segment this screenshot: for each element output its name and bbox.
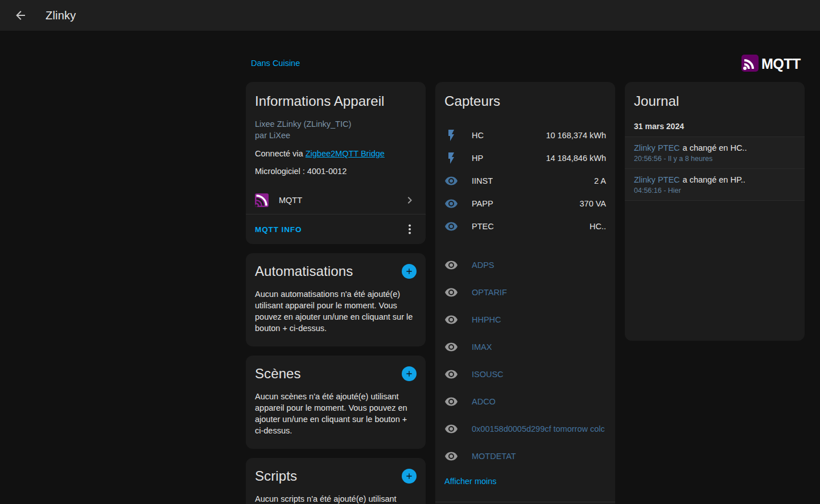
- chevron-right-icon: [403, 193, 417, 207]
- svg-text:MQTT: MQTT: [761, 56, 801, 72]
- automations-title: Automatisations: [255, 263, 353, 279]
- device-model-link[interactable]: Lixee ZLinky (ZLinky_TIC): [255, 118, 417, 130]
- eye-icon: [444, 286, 458, 299]
- mqtt-config-row[interactable]: MQTT: [255, 187, 417, 214]
- journal-title: Journal: [625, 82, 805, 117]
- eye-icon: [444, 340, 458, 354]
- flash-icon: [444, 129, 458, 142]
- plus-icon: [405, 267, 414, 276]
- sensors-title: Capteurs: [435, 82, 615, 117]
- add-script-button[interactable]: [402, 469, 417, 484]
- sensor-row[interactable]: HP 14 184,846 kWh: [435, 147, 615, 170]
- sensor-name: ADPS: [472, 261, 495, 270]
- sensor-name: 0x00158d0005d299cf tomorrow colc: [472, 424, 605, 433]
- app-header: Zlinky: [0, 0, 820, 31]
- eye-icon: [444, 220, 458, 233]
- scripts-empty-text: Aucun scripts n'a été ajouté(e) utilisan…: [246, 489, 426, 504]
- sensor-row[interactable]: PTEC HC..: [435, 215, 615, 238]
- plus-icon: [405, 472, 414, 481]
- sensor-name: ISOUSC: [472, 370, 504, 379]
- device-info-card: Informations Appareil Lixee ZLinky (ZLin…: [246, 82, 426, 244]
- eye-icon: [444, 395, 458, 408]
- device-info-title: Informations Appareil: [246, 82, 426, 117]
- connected-via-line: Connecté via Zigbee2MQTT Bridge: [255, 148, 417, 159]
- sensor-value: HC..: [585, 222, 606, 231]
- zigbee2mqtt-bridge-link[interactable]: Zigbee2MQTT Bridge: [306, 149, 385, 158]
- journal-date-header: 31 mars 2024: [625, 117, 805, 137]
- arrow-left-icon: [14, 9, 27, 22]
- page-title: Zlinky: [46, 9, 76, 22]
- device-manufacturer-link[interactable]: par LiXee: [255, 130, 417, 141]
- sensor-value: 14 184,846 kWh: [541, 154, 606, 163]
- hidden-sensor-row[interactable]: HHPHC: [435, 306, 615, 333]
- automations-empty-text: Aucun automatisations n'a été ajouté(e) …: [246, 284, 426, 346]
- eye-icon: [444, 258, 458, 272]
- mqtt-brand-logo: MQTT: [741, 53, 805, 73]
- plus-icon: [405, 369, 414, 378]
- mqtt-logo-icon: MQTT: [741, 53, 805, 73]
- hidden-sensor-row[interactable]: IMAX: [435, 333, 615, 361]
- journal-entry[interactable]: Zlinky PTECa changé en HC.. 20:56:56 - I…: [625, 137, 805, 168]
- sensor-name: OPTARIF: [472, 288, 507, 297]
- sensor-list-primary: HC 10 168,374 kWh HP 14 184,846 kWh: [435, 124, 615, 238]
- add-scene-button[interactable]: [402, 366, 417, 381]
- journal-event-text: a changé en HC..: [683, 143, 747, 152]
- scripts-title: Scripts: [255, 468, 297, 484]
- sensor-row[interactable]: HC 10 168,374 kWh: [435, 124, 615, 147]
- hidden-sensor-row[interactable]: ADCO: [435, 388, 615, 415]
- eye-icon: [444, 449, 458, 463]
- breadcrumb: Dans Cuisine MQTT: [246, 53, 805, 73]
- sensor-name: HHPHC: [472, 315, 501, 324]
- eye-icon: [444, 174, 458, 188]
- sensor-name: ADCO: [472, 397, 496, 406]
- eye-icon: [444, 367, 458, 381]
- automations-card: Automatisations Aucun automatisations n'…: [246, 253, 426, 346]
- scripts-card: Scripts Aucun scripts n'a été ajouté(e) …: [246, 458, 426, 504]
- journal-timestamp: 04:56:16 - Hier: [634, 187, 796, 195]
- show-less-link[interactable]: Afficher moins: [444, 477, 497, 486]
- kebab-menu-icon: [403, 222, 417, 236]
- sensor-row[interactable]: IINST 2 A: [435, 170, 615, 192]
- hidden-sensor-row[interactable]: MOTDETAT: [435, 443, 615, 470]
- more-options-button[interactable]: [399, 219, 420, 239]
- journal-timestamp: 20:56:56 - Il y a 8 heures: [634, 155, 796, 163]
- sensor-name: PTEC: [472, 222, 494, 231]
- flash-icon: [444, 151, 458, 165]
- journal-entry[interactable]: Zlinky PTECa changé en HP.. 04:56:16 - H…: [625, 168, 805, 201]
- sensor-value: 370 VA: [575, 199, 607, 208]
- back-button[interactable]: [9, 4, 32, 27]
- eye-icon: [444, 197, 458, 210]
- breadcrumb-area-link[interactable]: Dans Cuisine: [251, 59, 300, 68]
- scenes-title: Scènes: [255, 366, 301, 382]
- scenes-card: Scènes Aucun scènes n'a été ajouté(e) ut…: [246, 356, 426, 449]
- hidden-sensor-row[interactable]: OPTARIF: [435, 279, 615, 306]
- journal-entity-link[interactable]: Zlinky PTEC: [634, 143, 680, 152]
- hidden-sensor-row[interactable]: ISOUSC: [435, 361, 615, 388]
- journal-entity-link[interactable]: Zlinky PTEC: [634, 175, 680, 184]
- mqtt-row-label: MQTT: [279, 196, 403, 205]
- divider: [435, 502, 615, 502]
- sensor-name: HC: [472, 131, 484, 140]
- sensor-name: IMAX: [472, 342, 492, 352]
- sensor-name: MOTDETAT: [472, 452, 516, 461]
- sensor-list-diagnostic: ADPS OPTARIF: [435, 251, 615, 470]
- sensor-row[interactable]: PAPP 370 VA: [435, 192, 615, 215]
- sensor-value: 10 168,374 kWh: [541, 131, 606, 140]
- sensors-card: Capteurs HC 10 168,374 kWh: [435, 82, 615, 504]
- mqtt-icon: [255, 193, 269, 207]
- sensor-value: 2 A: [590, 176, 606, 185]
- eye-icon: [444, 422, 458, 436]
- journal-card: Journal 31 mars 2024 Zlinky PTECa changé…: [625, 82, 805, 341]
- journal-list: Zlinky PTECa changé en HC.. 20:56:56 - I…: [625, 137, 805, 201]
- mqtt-info-button[interactable]: MQTT INFO: [255, 225, 302, 234]
- sensor-name: IINST: [472, 176, 493, 185]
- sensor-name: PAPP: [472, 199, 493, 208]
- sensor-name: HP: [472, 154, 483, 163]
- hidden-sensor-row[interactable]: 0x00158d0005d299cf tomorrow colc: [435, 415, 615, 443]
- hidden-sensor-row[interactable]: ADPS: [435, 251, 615, 279]
- eye-icon: [444, 313, 458, 327]
- journal-event-text: a changé en HP..: [683, 175, 745, 184]
- firmware-line: Micrologiciel : 4001-0012: [255, 166, 417, 176]
- add-automation-button[interactable]: [402, 264, 417, 279]
- scenes-empty-text: Aucun scènes n'a été ajouté(e) utilisant…: [246, 386, 426, 449]
